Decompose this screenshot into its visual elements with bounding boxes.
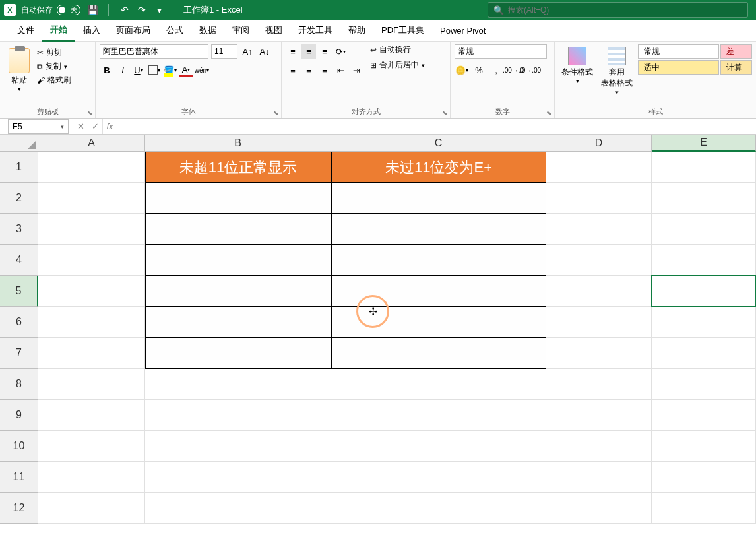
align-center-icon[interactable]: ≡ — [301, 63, 316, 77]
cell-E3[interactable] — [652, 214, 756, 245]
cell-E12[interactable] — [652, 493, 756, 524]
cell-B1[interactable]: 未超11位正常显示 — [145, 152, 331, 183]
cut-button[interactable]: ✂剪切 — [37, 47, 71, 58]
paste-button[interactable]: 粘贴 ▾ — [4, 44, 34, 92]
col-header-a[interactable]: A — [38, 135, 145, 152]
cell-A2[interactable] — [38, 183, 145, 214]
cancel-formula-icon[interactable]: ✕ — [74, 119, 88, 134]
cell-D9[interactable] — [546, 400, 652, 431]
cell-D3[interactable] — [546, 214, 652, 245]
italic-button[interactable]: I — [115, 63, 130, 77]
phonetic-button[interactable]: wén▾ — [195, 63, 209, 77]
search-box[interactable]: 🔍 — [488, 2, 748, 18]
cell-E11[interactable] — [652, 462, 756, 493]
accounting-format-icon[interactable]: 🪙▾ — [455, 63, 469, 77]
search-input[interactable] — [508, 5, 742, 15]
tab-review[interactable]: 审阅 — [224, 20, 257, 42]
dialog-launcher-icon[interactable]: ⬊ — [87, 110, 92, 117]
align-right-icon[interactable]: ≡ — [317, 63, 332, 77]
format-painter-button[interactable]: 🖌格式刷 — [37, 75, 71, 86]
chevron-down-icon[interactable]: ▾ — [18, 86, 21, 92]
cell-C7[interactable] — [331, 338, 546, 369]
col-header-e[interactable]: E — [652, 135, 756, 152]
row-header-8[interactable]: 8 — [0, 369, 38, 400]
cell-A11[interactable] — [38, 462, 145, 493]
cell-A6[interactable] — [38, 307, 145, 338]
merge-center-button[interactable]: ⊞合并后居中▾ — [370, 59, 425, 71]
cell-D11[interactable] — [546, 462, 652, 493]
cell-B9[interactable] — [145, 400, 331, 431]
cell-B7[interactable] — [145, 338, 331, 369]
cell-B4[interactable] — [145, 245, 331, 276]
redo-icon[interactable]: ↷ — [137, 5, 147, 15]
dialog-launcher-icon[interactable]: ⬊ — [273, 110, 278, 117]
chevron-down-icon[interactable]: ▾ — [61, 123, 64, 130]
cell-A4[interactable] — [38, 245, 145, 276]
cell-C4[interactable] — [331, 245, 546, 276]
cell-C3[interactable] — [331, 214, 546, 245]
cell-E9[interactable] — [652, 400, 756, 431]
row-header-9[interactable]: 9 — [0, 400, 38, 431]
tab-powerpivot[interactable]: Power Pivot — [432, 20, 493, 42]
fill-color-button[interactable]: 🪣▾ — [163, 63, 177, 77]
cell-C9[interactable] — [331, 400, 546, 431]
decrease-font-icon[interactable]: A↓ — [257, 44, 272, 59]
align-bottom-icon[interactable]: ≡ — [317, 44, 332, 59]
tab-formulas[interactable]: 公式 — [158, 20, 191, 42]
cell-A12[interactable] — [38, 493, 145, 524]
cell-C6[interactable] — [331, 307, 546, 338]
row-header-6[interactable]: 6 — [0, 307, 38, 338]
cell-E6[interactable] — [652, 307, 756, 338]
cell-E8[interactable] — [652, 369, 756, 400]
row-header-10[interactable]: 10 — [0, 431, 38, 462]
cell-D8[interactable] — [546, 369, 652, 400]
cell-A8[interactable] — [38, 369, 145, 400]
cell-B10[interactable] — [145, 431, 331, 462]
cell-B5[interactable] — [145, 276, 331, 307]
select-all-corner[interactable] — [0, 135, 38, 152]
insert-function-icon[interactable]: fx — [103, 119, 117, 134]
row-header-4[interactable]: 4 — [0, 245, 38, 276]
cell-E1[interactable] — [652, 152, 756, 183]
bold-button[interactable]: B — [100, 63, 114, 77]
cell-D12[interactable] — [546, 493, 652, 524]
row-header-5[interactable]: 5 — [0, 276, 38, 307]
decrease-decimal-icon[interactable]: .0→.00 — [523, 63, 538, 77]
cell-styles-gallery[interactable]: 常规 差 适中 计算 — [638, 44, 752, 106]
cell-B11[interactable] — [145, 462, 331, 493]
cell-E7[interactable] — [652, 338, 756, 369]
align-middle-icon[interactable]: ≡ — [301, 44, 316, 59]
dialog-launcher-icon[interactable]: ⬊ — [442, 110, 447, 117]
cell-C11[interactable] — [331, 462, 546, 493]
enter-formula-icon[interactable]: ✓ — [88, 119, 103, 134]
cell-C2[interactable] — [331, 183, 546, 214]
cell-A3[interactable] — [38, 214, 145, 245]
cell-E5[interactable] — [652, 276, 756, 307]
cell-D10[interactable] — [546, 431, 652, 462]
col-header-c[interactable]: C — [331, 135, 546, 152]
toggle-switch[interactable]: 关 — [57, 5, 80, 15]
row-header-2[interactable]: 2 — [0, 183, 38, 214]
tab-data[interactable]: 数据 — [191, 20, 224, 42]
align-top-icon[interactable]: ≡ — [286, 44, 300, 59]
col-header-d[interactable]: D — [546, 135, 652, 152]
cell-B2[interactable] — [145, 183, 331, 214]
formula-input[interactable] — [117, 119, 756, 134]
name-box[interactable]: E5 ▾ — [8, 119, 69, 134]
cell-B8[interactable] — [145, 369, 331, 400]
spreadsheet-grid[interactable]: A B C D E 1未超11位正常显示未过11位变为E+23456789101… — [0, 135, 756, 524]
cell-B3[interactable] — [145, 214, 331, 245]
font-size-select[interactable] — [211, 44, 237, 59]
tab-insert[interactable]: 插入 — [75, 20, 108, 42]
cell-D1[interactable] — [546, 152, 652, 183]
copy-button[interactable]: ⧉复制▾ — [37, 61, 71, 72]
cell-D4[interactable] — [546, 245, 652, 276]
format-as-table-button[interactable]: 套用 表格格式 ▾ — [598, 44, 635, 106]
underline-button[interactable]: U▾ — [131, 63, 146, 77]
row-header-1[interactable]: 1 — [0, 152, 38, 183]
comma-format-icon[interactable]: , — [489, 63, 503, 77]
cell-C1[interactable]: 未过11位变为E+ — [331, 152, 546, 183]
cell-C5[interactable] — [331, 276, 546, 307]
cell-B6[interactable] — [145, 307, 331, 338]
cell-C10[interactable] — [331, 431, 546, 462]
